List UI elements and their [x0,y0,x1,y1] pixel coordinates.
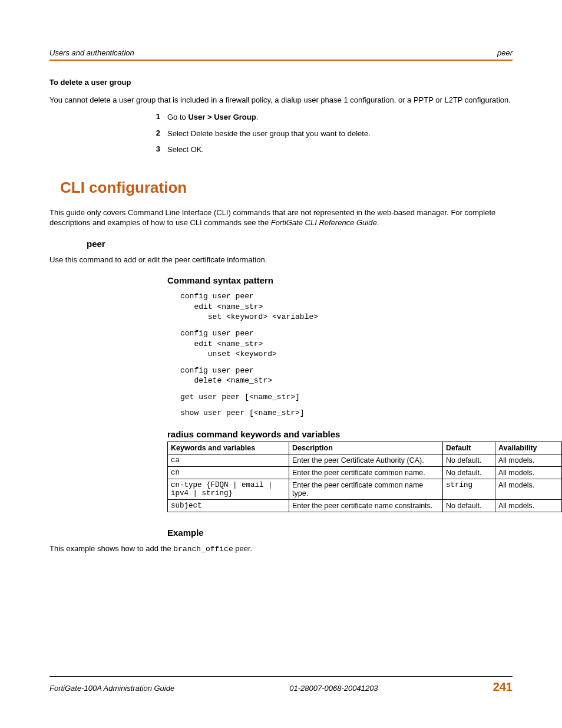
page: Users and authentication peer To delete … [0,0,562,728]
content: To delete a user group You cannot delete… [49,77,513,554]
table-row: ca Enter the peer Certificate Authority … [168,454,562,466]
delete-group-intro: You cannot delete a user group that is i… [49,95,513,106]
footer-row: FortiGate-100A Administration Guide 01-2… [49,680,513,694]
footer-center: 01-28007-0068-20041203 [289,684,378,693]
td-avail: All models. [495,479,562,499]
header-rule [49,60,513,61]
td-kw: cn-type {FDQN | email | ipv4 | string} [168,479,289,499]
td-def: No default. [443,499,495,512]
table-row: cn-type {FDQN | email | ipv4 | string} E… [168,479,562,499]
td-desc: Enter the peer Certificate Authority (CA… [289,454,443,466]
td-kw: cn [168,466,289,479]
step-num: 3 [49,144,167,155]
td-def: No default. [443,454,495,466]
header-right: peer [497,48,513,57]
page-header: Users and authentication peer [49,48,513,57]
step-body: Select Delete beside the user group that… [167,129,513,139]
example-text: This example shows how to add the branch… [49,543,513,555]
td-kw: ca [168,454,289,466]
delete-group-title: To delete a user group [49,77,513,88]
table-header-row: Keywords and variables Description Defau… [168,442,562,454]
step-row: 3 Select OK. [49,144,513,155]
syntax-block: config user peer delete <name_str> [180,365,513,386]
example-heading: Example [167,528,513,538]
header-left: Users and authentication [49,48,134,57]
cli-heading: CLI configuration [60,179,513,197]
step-num: 2 [49,129,167,139]
delete-group-steps: 1 Go to User > User Group. 2 Select Dele… [49,112,513,155]
td-desc: Enter the peer certificate common name. [289,466,443,479]
page-number: 241 [493,680,513,694]
peer-heading: peer [87,239,513,249]
syntax-heading: Command syntax pattern [167,275,513,285]
keywords-table: Keywords and variables Description Defau… [167,442,562,512]
step-body: Go to User > User Group. [167,112,513,123]
peer-intro: Use this command to add or edit the peer… [49,255,513,265]
syntax-block: config user peer edit <name_str> set <ke… [180,291,513,322]
cli-intro: This guide only covers Command Line Inte… [49,207,513,228]
syntax-block: show user peer [<name_str>] [180,408,513,419]
td-avail: All models. [495,466,562,479]
step-num: 1 [49,112,167,123]
page-footer: FortiGate-100A Administration Guide 01-2… [49,676,513,694]
td-kw: subject [168,499,289,512]
td-desc: Enter the peer certificate name constrai… [289,499,443,512]
td-avail: All models. [495,499,562,512]
table-caption: radius command keywords and variables [167,429,513,439]
step-row: 1 Go to User > User Group. [49,112,513,123]
td-avail: All models. [495,454,562,466]
step-row: 2 Select Delete beside the user group th… [49,129,513,139]
table-row: cn Enter the peer certificate common nam… [168,466,562,479]
table-row: subject Enter the peer certificate name … [168,499,562,512]
th: Availability [495,442,562,454]
syntax-block: config user peer edit <name_str> unset <… [180,328,513,360]
td-def: string [443,479,495,499]
th: Description [289,442,443,454]
syntax-block: get user peer [<name_str>] [180,392,513,403]
td-def: No default. [443,466,495,479]
td-desc: Enter the peer certificate common name t… [289,479,443,499]
step-body: Select OK. [167,144,513,155]
th: Keywords and variables [168,442,289,454]
footer-rule [49,676,513,677]
footer-left: FortiGate-100A Administration Guide [49,684,174,693]
th: Default [443,442,495,454]
